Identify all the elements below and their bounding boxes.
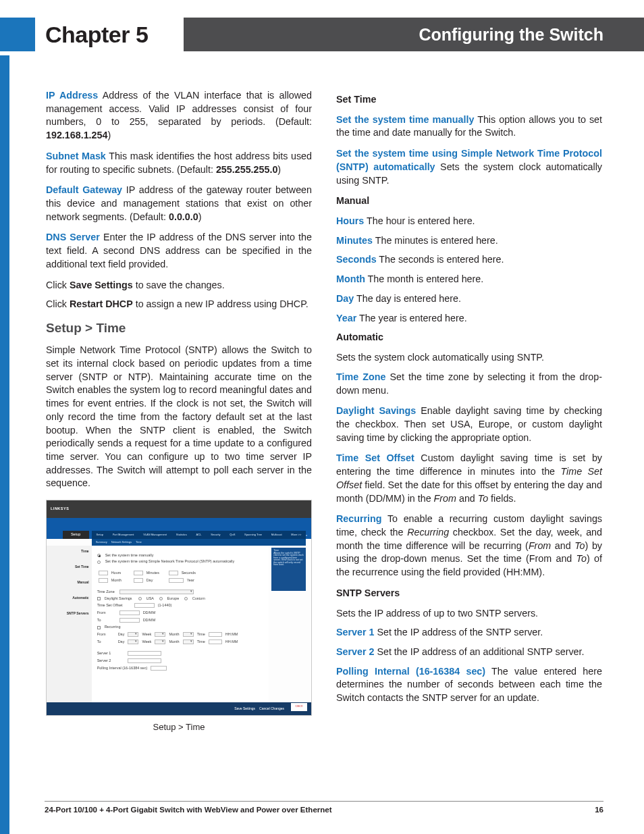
save-pre: Click (46, 280, 70, 290)
shot-lbl-to: To (97, 619, 116, 623)
shot-setup-tab: Setup (63, 531, 89, 540)
gateway-default: 0.0.0.0 (169, 211, 198, 222)
shot-side-item: Set Time (75, 565, 89, 569)
restart-bold: Restart DHCP (70, 298, 133, 309)
screenshot-figure: LINKSYS 24-Port 10/100 ports and 4 gigab… (46, 500, 312, 733)
shot-lbl-dayw: Day (118, 633, 125, 637)
section-setup-time: Setup > Time (46, 319, 312, 337)
sntp-servers-heading: SNTP Servers (336, 587, 602, 600)
footer-product: 24-Port 10/100 + 4-Port Gigabit Switch w… (45, 806, 332, 814)
shot-select (183, 640, 194, 644)
manual-heading: Manual (336, 194, 602, 208)
ip-address-default: 192.168.1.254 (46, 130, 107, 140)
shot-lbl-day: Day (146, 579, 165, 583)
shot-lbl-ds: Daylight Savings (105, 597, 132, 601)
restart-post: to assign a new IP address using DHCP. (133, 298, 308, 309)
year-term: Year (336, 313, 356, 323)
shot-lbl-week: Week (142, 633, 151, 637)
s2-para: Server 2 Set the IP address of an additi… (336, 646, 602, 659)
shot-field (119, 618, 140, 623)
ds-para: Daylight Savings Enable daylight saving … (336, 405, 602, 444)
seconds-text: The seconds is entered here. (377, 254, 504, 265)
right-column: Set Time Set the system time manually Th… (336, 89, 602, 787)
sntp-intro: Sets the IP address of up to two SNTP se… (336, 607, 602, 621)
shot-lbl-minutes: Minutes (146, 571, 165, 575)
shot-field (134, 571, 143, 575)
header-blue-block (0, 18, 35, 51)
shot-tab: Spanning Tree (244, 533, 262, 536)
subnet-term: Subnet Mask (46, 151, 106, 161)
poll-para: Polling Internal (16-16384 sec) The valu… (336, 665, 602, 705)
shot-lbl-tso: Time Set Offset (97, 604, 131, 608)
save-post: to save the changes. (133, 280, 225, 290)
s1-para: Server 1 Set the IP address of the SNTP … (336, 626, 602, 640)
month-term: Month (336, 273, 365, 284)
shot-lbl-dayw: Day (118, 640, 125, 644)
set-auto-para: Set the system time using Simple Network… (336, 147, 602, 187)
shot-radio1: Set the system time manually (105, 554, 154, 558)
shot-lbl-year: Year (187, 579, 206, 583)
shot-tab: Multicast (271, 533, 282, 536)
shot-tab: Port Management (113, 533, 134, 536)
poll-term: Polling Internal (16-16384 sec) (336, 666, 485, 677)
restart-pre: Click (46, 298, 70, 309)
shot-field (134, 578, 143, 583)
shot-footer: Save Settings Cancel Changes (47, 702, 311, 715)
shot-radio2: Set the system time using Simple Network… (105, 560, 235, 564)
shot-tabs: Setup Port Management VLAN Management St… (92, 531, 306, 540)
day-para: Day The day is entered here. (336, 292, 602, 306)
radio-icon (97, 561, 101, 564)
shot-hhmm: HH:MM (225, 633, 238, 637)
set-time-heading: Set Time (336, 93, 602, 107)
shot-subtabs: Summary Network Settings Time (92, 539, 306, 546)
tz-term: Time Zone (336, 371, 385, 382)
hours-para: Hours The hour is entered here. (336, 215, 602, 228)
radio-icon (138, 597, 142, 600)
shot-side-item: Time (81, 550, 89, 553)
left-blue-strip (0, 55, 9, 834)
tso-and: and (456, 493, 478, 504)
shot-hhmm: HH:MM (225, 640, 238, 644)
cisco-logo: CISCO (291, 703, 307, 711)
tso-em2: From (434, 493, 456, 504)
shot-lbl-s1: Server 1 (97, 652, 124, 656)
shot-field (119, 610, 140, 615)
hours-term: Hours (336, 215, 364, 226)
subnet-default: 255.255.255.0 (216, 164, 277, 175)
year-text: The year is entered here. (356, 313, 466, 323)
automatic-heading: Automatic (336, 331, 602, 344)
shot-tab: Security (211, 533, 220, 536)
shot-field (128, 651, 161, 656)
shot-field (128, 658, 161, 663)
set-manual-para: Set the system time manually This option… (336, 113, 602, 140)
radio-icon (184, 597, 188, 600)
left-column: IP Address Address of the VLAN interface… (46, 89, 312, 787)
shot-tab: Setup (96, 533, 103, 536)
shot-field (209, 632, 222, 637)
rec-term: Recurring (336, 513, 382, 524)
radio-icon (97, 554, 101, 557)
rec-em1: Recurring (407, 527, 449, 538)
restart-para: Click Restart DHCP to assign a new IP ad… (46, 298, 312, 311)
gateway-term: Default Gateway (46, 184, 122, 195)
shot-lbl-poll: Polling Interval (16-16384 sec) (97, 667, 148, 671)
shot-ddmm: DD/MM (143, 611, 156, 615)
shot-side-item: SNTP Servers (67, 612, 89, 615)
shot-select (128, 632, 138, 637)
ip-address-para: IP Address Address of the VLAN interface… (46, 89, 312, 142)
shot-select (183, 632, 194, 637)
s2-term: Server 2 (336, 646, 374, 657)
shot-brandbar: LINKSYS (47, 500, 311, 517)
shot-tab: VLAN Management (143, 533, 167, 536)
ip-address-term: IP Address (46, 90, 98, 101)
shot-select (155, 632, 165, 637)
page-title: Configuring the Switch (419, 25, 603, 45)
save-bold: Save Settings (70, 280, 133, 290)
shot-tipbox: TimeAllows the switch's SNTP client to s… (271, 548, 306, 590)
shot-tab: More >> (291, 533, 301, 536)
shot-lbl-min: (1-1440) (158, 604, 172, 608)
dns-para: DNS Server Enter the IP address of the D… (46, 231, 312, 271)
day-text: The day is entered here. (354, 293, 461, 304)
shot-side-item: Automatic (72, 596, 88, 600)
shot-lbl-from: From (97, 611, 116, 615)
